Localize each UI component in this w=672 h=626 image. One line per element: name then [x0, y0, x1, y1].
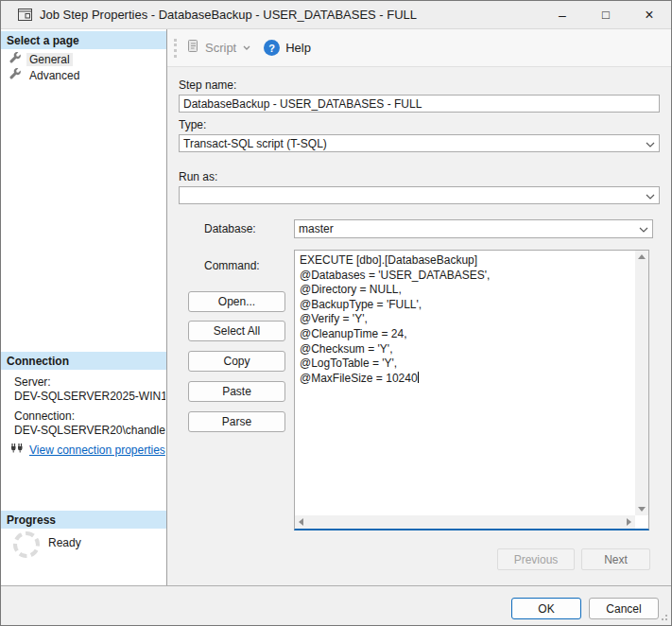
view-connection-properties-row: View connection properties [10, 443, 165, 458]
wrench-icon [9, 52, 22, 67]
chevron-down-icon [639, 222, 648, 235]
chevron-down-icon [646, 189, 655, 202]
help-button[interactable]: ? Help [264, 40, 311, 56]
next-button[interactable]: Next [581, 548, 650, 570]
horizontal-scrollbar[interactable] [295, 515, 635, 529]
connection-plug-icon [10, 443, 24, 458]
step-name-label: Step name: [179, 78, 236, 92]
footer: OK Cancel [1, 585, 671, 626]
help-icon: ? [264, 40, 280, 56]
step-name-input[interactable] [179, 95, 660, 113]
command-textarea[interactable]: EXECUTE [dbo].[DatabaseBackup] @Database… [294, 250, 649, 530]
open-button[interactable]: Open... [188, 291, 285, 312]
connection-header: Connection [1, 352, 166, 370]
command-label: Command: [204, 259, 260, 272]
parse-button[interactable]: Parse [188, 411, 285, 432]
wrench-icon [9, 68, 22, 83]
progress-spinner-icon [13, 531, 40, 558]
maximize-button[interactable]: □ [584, 1, 628, 28]
scroll-up-icon[interactable] [638, 254, 646, 259]
connection-value: DEV-SQLSERVER20\chandlergra [14, 424, 165, 437]
job-step-properties-dialog: Job Step Properties - DatabaseBackup - U… [0, 0, 672, 626]
cancel-button[interactable]: Cancel [589, 598, 659, 619]
run-as-select[interactable] [179, 186, 660, 204]
command-text: EXECUTE [dbo].[DatabaseBackup] @Database… [295, 251, 635, 515]
database-label: Database: [204, 222, 256, 235]
sidebar-item-general[interactable]: General [9, 52, 73, 67]
type-label: Type: [179, 118, 206, 131]
type-select[interactable]: Transact-SQL script (T-SQL) [179, 134, 660, 152]
scroll-right-icon[interactable] [627, 518, 631, 526]
progress-header: Progress [1, 511, 166, 529]
minimize-button[interactable]: – [541, 1, 584, 28]
close-button[interactable]: × [628, 1, 671, 28]
select-a-page-header: Select a page [1, 31, 166, 49]
type-select-value: Transact-SQL script (T-SQL) [183, 137, 646, 150]
window-title: Job Step Properties - DatabaseBackup - U… [40, 8, 417, 22]
dialog-window-icon [18, 9, 32, 21]
run-as-label: Run as: [179, 170, 217, 183]
ok-button[interactable]: OK [511, 598, 581, 619]
help-label: Help [285, 41, 311, 55]
view-connection-properties-link[interactable]: View connection properties [29, 443, 165, 457]
text-caret [418, 372, 419, 383]
main-panel: Step name: Type: Transact-SQL script (T-… [167, 67, 671, 585]
vertical-scrollbar[interactable] [635, 251, 648, 515]
previous-button[interactable]: Previous [497, 548, 575, 570]
script-label: Script [205, 41, 236, 55]
titlebar: Job Step Properties - DatabaseBackup - U… [1, 1, 671, 29]
paste-button[interactable]: Paste [188, 381, 285, 402]
select-all-button[interactable]: Select All [188, 321, 285, 341]
server-label: Server: [14, 375, 51, 389]
scroll-left-icon[interactable] [299, 518, 303, 526]
sidebar: Select a page General Advanced Connectio… [1, 29, 167, 585]
database-select[interactable]: master [294, 219, 653, 238]
window-controls: – □ × [541, 1, 671, 28]
toolbar: Script ? Help [167, 29, 671, 67]
sidebar-item-advanced[interactable]: Advanced [9, 68, 82, 83]
progress-status: Ready [48, 536, 81, 549]
sidebar-item-label: Advanced [26, 69, 82, 82]
server-value: DEV-SQLSERVER2025-WIN11-01 [14, 390, 165, 403]
connection-label: Connection: [14, 409, 75, 423]
database-select-value: master [299, 222, 639, 235]
chevron-down-icon [646, 137, 655, 150]
toolbar-grip [174, 39, 177, 58]
resize-grip[interactable] [660, 611, 668, 624]
sidebar-item-label: General [26, 53, 73, 66]
script-button[interactable]: Script [185, 39, 250, 57]
script-icon [185, 39, 200, 57]
scroll-down-icon[interactable] [638, 507, 646, 512]
script-dropdown-chevron-icon [243, 45, 250, 50]
copy-button[interactable]: Copy [188, 351, 285, 372]
